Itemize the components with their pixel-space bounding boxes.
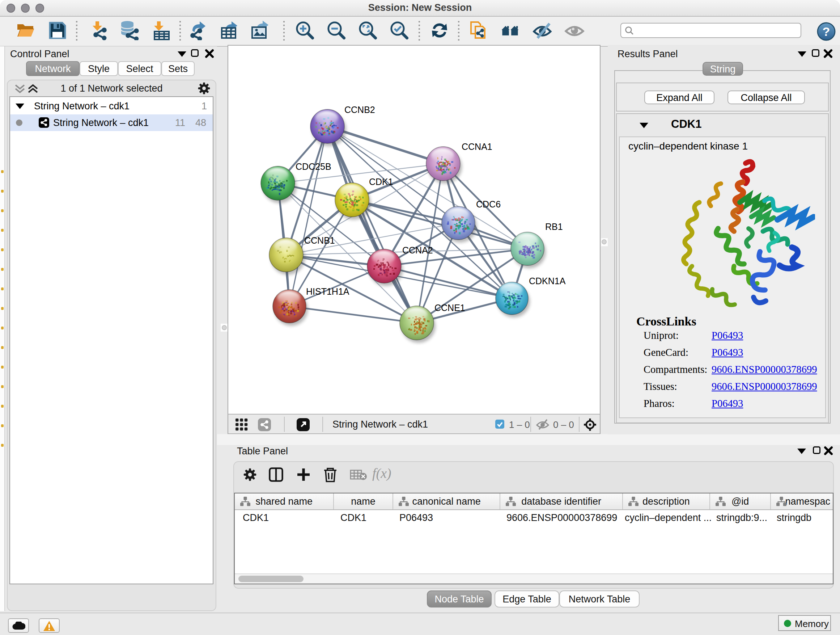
svg-text:CCNA2: CCNA2: [402, 245, 433, 255]
svg-text:CCNA1: CCNA1: [462, 141, 493, 152]
svg-text:CDC6: CDC6: [476, 199, 501, 209]
svg-text:RB1: RB1: [545, 222, 563, 232]
svg-text:CDC25B: CDC25B: [295, 162, 332, 172]
svg-text:CDK1: CDK1: [369, 177, 393, 187]
svg-text:CDKN1A: CDKN1A: [529, 276, 566, 286]
svg-text:HIST1H1A: HIST1H1A: [306, 287, 349, 296]
svg-text:CCNB1: CCNB1: [304, 235, 335, 245]
svg-text:CCNE1: CCNE1: [434, 302, 465, 313]
svg-text:?: ?: [823, 25, 830, 38]
svg-text:CCNB2: CCNB2: [344, 105, 375, 115]
